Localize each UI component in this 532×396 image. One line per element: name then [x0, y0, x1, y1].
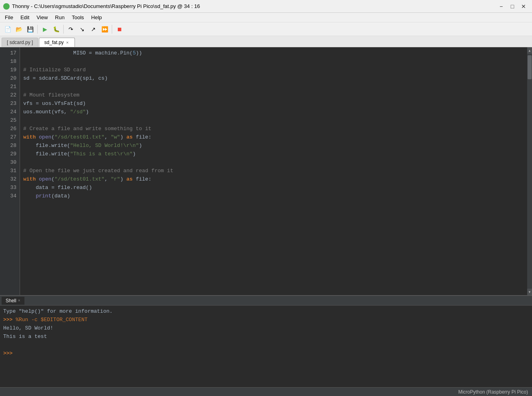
run-button[interactable]: ▶: [40, 24, 50, 34]
code-line: sd = sdcard.SDCard(spi, cs): [23, 74, 524, 82]
minimize-button[interactable]: −: [496, 2, 506, 11]
tab-label: [ sdcard.py ]: [7, 40, 33, 45]
code-line: print(data): [23, 192, 524, 200]
code-line: with open("/sd/test01.txt", "r") as file…: [23, 175, 524, 183]
code-line: # Initialize SD card: [23, 66, 524, 74]
shell-empty-line: [3, 341, 529, 349]
title-bar-left: Thonny - C:\Users\sgmustadio\Documents\R…: [3, 3, 200, 10]
app-icon: [3, 3, 10, 10]
editor-row: 171819202122232425262728293031323334 MIS…: [0, 47, 532, 295]
shell-output-line: This is a test: [3, 332, 529, 341]
menu-item-help[interactable]: Help: [88, 14, 105, 21]
save-button[interactable]: 💾: [25, 24, 35, 34]
code-line: [23, 57, 524, 66]
menu-item-tools[interactable]: Tools: [69, 14, 87, 21]
tab-__sdcard_py__[interactable]: [ sdcard.py ]: [2, 38, 38, 47]
shell-tab[interactable]: Shell ×: [2, 297, 24, 305]
code-line: file.write("Hello, SD World!\r\n"): [23, 141, 524, 150]
tab-sd_fat_py[interactable]: sd_fat.py×: [39, 38, 75, 47]
shell-run-command: >>> %Run -c $EDITOR_CONTENT: [3, 316, 529, 324]
code-line: [23, 82, 524, 91]
line-number: 29: [3, 150, 16, 158]
tab-label: sd_fat.py: [44, 40, 64, 45]
code-line: MISO = machine.Pin(5)): [23, 49, 524, 57]
sep2: [63, 25, 64, 34]
code-line: # Mount filesystem: [23, 91, 524, 99]
scroll-down-arrow[interactable]: ▼: [527, 289, 532, 295]
line-number: 25: [3, 116, 16, 125]
shell-tab-label: Shell: [6, 298, 16, 304]
menu-item-run[interactable]: Run: [52, 14, 68, 21]
line-number: 27: [3, 133, 16, 141]
open-button[interactable]: 📂: [14, 24, 24, 34]
line-number: 26: [3, 125, 16, 133]
menu-item-edit[interactable]: Edit: [17, 14, 32, 21]
line-number: 21: [3, 82, 16, 91]
line-number: 34: [3, 192, 16, 200]
code-editor[interactable]: MISO = machine.Pin(5)) # Initialize SD c…: [20, 47, 527, 295]
line-number: 20: [3, 74, 16, 82]
shell-tabs-bar: Shell ×: [0, 296, 532, 306]
code-line: # Open the file we just created and read…: [23, 167, 524, 175]
tab-close-icon[interactable]: ×: [65, 40, 69, 45]
stop-button[interactable]: ⏹: [114, 24, 125, 34]
window-title: Thonny - C:\Users\sgmustadio\Documents\R…: [12, 3, 200, 9]
step-over-button[interactable]: ↷: [66, 24, 76, 34]
shell-tab-close[interactable]: ×: [18, 298, 20, 303]
scroll-up-arrow[interactable]: ▲: [527, 47, 532, 54]
sep1: [37, 25, 38, 34]
shell-help-line: Type "help()" for more information.: [3, 307, 529, 316]
shell-prompt-line[interactable]: >>>: [3, 349, 529, 358]
menu-item-file[interactable]: File: [2, 14, 16, 21]
menu-bar: FileEditViewRunToolsHelp: [0, 13, 532, 22]
line-number: 18: [3, 57, 16, 66]
scroll-thumb[interactable]: [528, 55, 532, 79]
code-line: with open("/sd/test01.txt", "w") as file…: [23, 133, 524, 141]
line-number: 33: [3, 183, 16, 192]
code-line: # Create a file and write something to i…: [23, 125, 524, 133]
line-number: 32: [3, 175, 16, 183]
code-line: [23, 116, 524, 125]
maximize-button[interactable]: □: [507, 2, 518, 11]
step-out-button[interactable]: ↗: [88, 24, 99, 34]
close-button[interactable]: ✕: [518, 2, 529, 11]
code-line: uos.mount(vfs, "/sd"): [23, 108, 524, 116]
editor-scrollbar[interactable]: ▲ ▼: [527, 47, 532, 295]
line-number: 24: [3, 108, 16, 116]
step-into-button[interactable]: ↘: [77, 24, 87, 34]
menu-item-view[interactable]: View: [33, 14, 51, 21]
app-window: Thonny - C:\Users\sgmustadio\Documents\R…: [0, 0, 532, 396]
resume-button[interactable]: ⏩: [99, 24, 110, 34]
title-bar: Thonny - C:\Users\sgmustadio\Documents\R…: [0, 0, 532, 13]
window-controls: − □ ✕: [496, 2, 529, 11]
shell-content[interactable]: Type "help()" for more information.>>> %…: [0, 306, 532, 387]
line-number: 19: [3, 66, 16, 74]
editor-tabs: [ sdcard.py ]sd_fat.py×: [0, 36, 532, 47]
line-numbers: 171819202122232425262728293031323334: [0, 47, 20, 295]
new-button[interactable]: 📄: [2, 24, 13, 34]
toolbar: 📄📂💾▶🐛↷↘↗⏩⏹: [0, 22, 532, 36]
line-number: 28: [3, 141, 16, 150]
line-number: 31: [3, 167, 16, 175]
line-number: 22: [3, 91, 16, 99]
status-text: MicroPython (Raspberry Pi Pico): [458, 389, 528, 395]
editor-shell-area: 171819202122232425262728293031323334 MIS…: [0, 47, 532, 387]
status-bar: MicroPython (Raspberry Pi Pico): [0, 387, 532, 396]
code-line: [23, 158, 524, 167]
sep3: [112, 25, 112, 34]
debug-button[interactable]: 🐛: [51, 24, 61, 34]
line-number: 23: [3, 99, 16, 108]
line-number: 17: [3, 49, 16, 57]
shell-output-line: Hello, SD World!: [3, 324, 529, 332]
shell-panel: Shell × Type "help()" for more informati…: [0, 295, 532, 387]
line-number: 30: [3, 158, 16, 167]
code-line: data = file.read(): [23, 183, 524, 192]
code-line: vfs = uos.VfsFat(sd): [23, 99, 524, 108]
code-line: file.write("This is a test\r\n"): [23, 150, 524, 158]
